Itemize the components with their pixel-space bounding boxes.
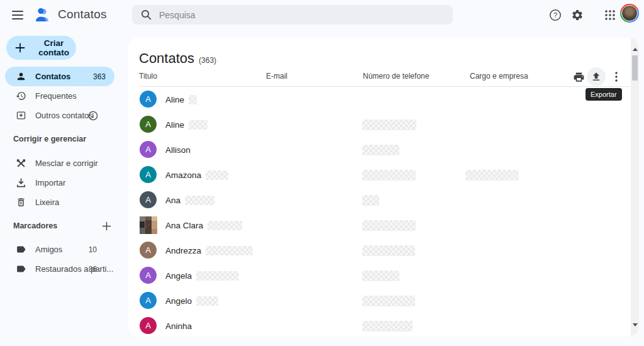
info-icon[interactable] [88, 111, 98, 121]
contact-name: Aline [165, 95, 184, 104]
sidebar-label-amigos[interactable]: Amigos 10 [5, 240, 114, 259]
merge-fix-icon [16, 158, 27, 169]
sidebar-item-outros-contatos[interactable]: Outros contatos [5, 106, 114, 125]
contact-row[interactable]: A Aline [128, 87, 631, 112]
gear-icon [571, 9, 584, 21]
redacted-phone-text [362, 170, 416, 181]
export-button[interactable] [587, 67, 606, 86]
contact-row[interactable]: A Ana [128, 187, 631, 213]
column-header-cargo: Cargo e empresa [470, 72, 528, 81]
label-tag-icon [16, 244, 27, 255]
contact-row[interactable]: A Angelo [128, 288, 631, 313]
three-dot-menu-icon [615, 72, 618, 82]
plus-icon [102, 221, 111, 231]
redacted-name-text [208, 221, 242, 230]
redacted-name-text [196, 271, 239, 281]
scrollbar-thumb[interactable] [632, 55, 638, 81]
redacted-company-text [465, 170, 519, 181]
add-label-button[interactable] [99, 219, 113, 233]
sidebar-item-frequentes[interactable]: Frequentes [5, 86, 114, 106]
contact-row[interactable]: A Angela [128, 263, 631, 288]
scroll-up-arrow-icon[interactable] [633, 45, 638, 51]
contact-count-badge: 363 [93, 72, 106, 81]
settings-button[interactable] [569, 6, 586, 24]
contact-photo-avatar [140, 216, 157, 234]
app-logo[interactable]: Contatos [33, 5, 107, 24]
sidebar-item-contatos[interactable]: Contatos 363 [5, 67, 114, 86]
contact-row[interactable]: Ana Clara [128, 213, 631, 238]
contact-avatar: A [140, 116, 157, 133]
upload-icon [591, 71, 602, 82]
contact-avatar: A [140, 166, 157, 183]
print-button[interactable] [570, 68, 587, 86]
google-apps-button[interactable] [601, 6, 619, 24]
contact-row[interactable]: A Amazona [128, 162, 631, 187]
history-icon [16, 91, 27, 101]
search-bar[interactable] [132, 5, 453, 25]
redacted-phone-text [362, 220, 416, 231]
vertical-scrollbar[interactable] [631, 38, 639, 337]
section-header-labels: Marcadores [13, 221, 57, 230]
sidebar-item-label: Lixeira [35, 198, 59, 207]
contact-name: Aline [165, 120, 184, 130]
contact-avatar: A [140, 141, 157, 158]
help-button[interactable]: ? [547, 6, 564, 24]
main-menu-button[interactable] [9, 6, 26, 24]
sidebar-item-importar[interactable]: Importar [5, 173, 114, 193]
contact-name: Angelo [165, 296, 192, 306]
other-contacts-icon [16, 110, 27, 121]
contact-name: Aninha [165, 321, 192, 331]
contact-name: Ana [165, 196, 180, 205]
contact-row[interactable]: A Aline [128, 112, 631, 137]
more-options-button[interactable] [608, 68, 625, 86]
create-contact-label: Criar contato [31, 38, 76, 57]
sidebar-item-label: Importar [35, 178, 65, 187]
svg-text:?: ? [553, 11, 557, 19]
contact-avatar: A [140, 267, 157, 284]
contact-name: Amazona [165, 170, 201, 180]
contact-avatar: A [140, 91, 157, 108]
sidebar-item-label: Outros contatos [35, 111, 93, 120]
app-title: Contatos [58, 8, 107, 21]
label-count-badge: 10 [89, 245, 97, 254]
page-title-count: (363) [199, 56, 216, 65]
printer-icon [573, 71, 585, 83]
apps-grid-icon [604, 9, 616, 21]
contact-avatar: A [140, 191, 157, 208]
person-icon [16, 71, 27, 82]
sidebar-item-mesclar[interactable]: Mesclar e corrigir [5, 153, 114, 173]
redacted-name-text [189, 95, 197, 104]
scroll-down-arrow-icon[interactable] [633, 323, 638, 329]
contact-name: Angela [165, 271, 192, 281]
top-bar: Contatos ? [0, 0, 644, 30]
contacts-logo-icon [33, 5, 52, 24]
contact-row[interactable]: A Aninha [128, 313, 631, 337]
redacted-phone-text [362, 296, 415, 306]
contact-avatar: A [140, 317, 157, 334]
redacted-phone-text [362, 145, 399, 155]
contact-avatar: A [140, 242, 157, 259]
contact-row[interactable]: A Allison [128, 137, 631, 162]
sidebar-item-lixeira[interactable]: Lixeira [5, 193, 114, 212]
section-header-manage: Corrigir e gerenciar [13, 135, 86, 143]
redacted-name-text [206, 170, 228, 180]
sidebar-item-label: Mesclar e corrigir [35, 159, 98, 168]
sidebar-label-restaurados[interactable]: Restaurados a parti... 86 [5, 259, 114, 279]
import-icon [16, 177, 27, 188]
sidebar-item-label: Amigos [35, 245, 62, 254]
sidebar-item-label: Contatos [35, 72, 70, 81]
redacted-phone-text [362, 245, 415, 256]
label-count-badge: 86 [89, 265, 97, 274]
redacted-name-text [189, 120, 208, 130]
contact-row[interactable]: A Andrezza [128, 238, 631, 263]
column-header-email: E-mail [266, 72, 287, 81]
redacted-phone-text [362, 271, 399, 281]
search-icon [141, 9, 152, 20]
search-input[interactable] [159, 10, 423, 20]
account-avatar-button[interactable] [620, 4, 639, 23]
contact-name: Allison [165, 145, 191, 155]
redacted-phone-text [362, 195, 379, 206]
trash-icon [16, 197, 27, 208]
create-contact-button[interactable]: Criar contato [6, 36, 76, 60]
help-icon: ? [549, 9, 562, 21]
